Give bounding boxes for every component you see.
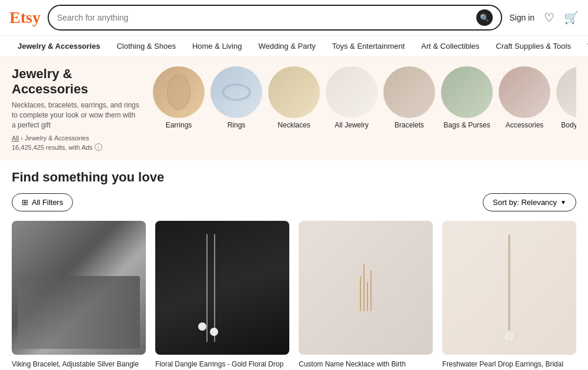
category-banner: Jewelry & Accessories Necklaces, bracele… — [0, 57, 588, 160]
banner-description: Necklaces, bracelets, earrings, and ring… — [12, 100, 141, 130]
all-filters-button[interactable]: ⊞ All Filters — [12, 193, 73, 211]
nav-item-clothing[interactable]: Clothing & Shoes — [108, 36, 183, 56]
circle-label-bags: Bags & Purses — [443, 121, 490, 129]
nav-item-art[interactable]: Art & Collectibles — [413, 36, 487, 56]
nav-item-toys[interactable]: Toys & Entertainment — [324, 36, 413, 56]
product-card-4[interactable]: Freshwater Pearl Drop Earrings, Bridal P… — [442, 221, 576, 370]
product-image-2 — [155, 221, 289, 355]
result-count-text: 16,425,425 results, with Ads — [12, 144, 93, 151]
circle-label-bracelets: Bracelets — [395, 121, 424, 129]
category-circle-all-jewelry[interactable]: All Jewelry — [326, 66, 377, 129]
product-card-1[interactable]: Viking Bracelet, Adjustable Silver Bangl… — [12, 221, 146, 370]
chevron-down-icon: ▼ — [560, 199, 566, 206]
nav-item-jewelry[interactable]: Jewelry & Accessories — [9, 36, 108, 56]
section-title: Find something you love — [12, 170, 576, 185]
filter-sort-bar: ⊞ All Filters Sort by: Relevancy ▼ — [12, 193, 576, 211]
product-title-3: Custom Name Necklace with Birth Flower,D… — [299, 359, 433, 370]
category-circle-rings[interactable]: Rings — [211, 66, 262, 129]
product-card-3[interactable]: Custom Name Necklace with Birth Flower,D… — [299, 221, 433, 370]
nav-item-home[interactable]: Home & Living — [184, 36, 250, 56]
product-title-4: Freshwater Pearl Drop Earrings, Bridal P… — [442, 359, 576, 370]
product-title-1: Viking Bracelet, Adjustable Silver Bangl… — [12, 359, 146, 370]
category-circle-bracelets[interactable]: Bracelets — [383, 66, 435, 129]
category-circle-body-jewelry[interactable]: Body Jewelry — [556, 66, 576, 129]
cart-icon[interactable]: 🛒 — [564, 11, 579, 25]
header-actions: Sign in ♡ 🛒 — [509, 11, 579, 25]
breadcrumb-current: Jewelry & Accessories — [25, 134, 89, 142]
breadcrumb: All › Jewelry & Accessories — [12, 134, 141, 142]
circle-label-rings: Rings — [228, 121, 246, 129]
search-input[interactable] — [57, 13, 472, 22]
wishlist-icon[interactable]: ♡ — [544, 11, 554, 25]
category-circle-accessories[interactable]: Accessories — [499, 66, 550, 129]
etsy-logo[interactable]: Etsy — [9, 8, 41, 27]
product-image-1 — [12, 221, 146, 355]
main-nav: Jewelry & Accessories Clothing & Shoes H… — [0, 36, 588, 57]
result-count: 16,425,425 results, with Ads i — [12, 143, 141, 151]
filter-icon: ⊞ — [22, 198, 28, 207]
circle-label-body-jewelry: Body Jewelry — [561, 121, 576, 129]
category-circle-bags[interactable]: Bags & Purses — [441, 66, 493, 129]
product-title-2: Floral Dangle Earrings - Gold Floral Dro… — [155, 359, 289, 370]
circle-label-earrings: Earrings — [166, 121, 192, 129]
sort-btn-label: Sort by: Relevancy — [493, 198, 557, 207]
circle-label-necklaces: Necklaces — [278, 121, 310, 129]
search-bar: 🔍 — [48, 5, 502, 31]
search-button[interactable]: 🔍 — [476, 9, 493, 26]
category-circle-earrings[interactable]: Earrings — [153, 66, 205, 129]
banner-title: Jewelry & Accessories — [12, 66, 141, 97]
sort-button[interactable]: Sort by: Relevancy ▼ — [483, 193, 576, 211]
category-circles-container: Earrings Rings Necklaces All Jewelry Bra… — [153, 66, 576, 129]
product-image-4 — [442, 221, 576, 355]
nav-item-craft[interactable]: Craft Supplies & Tools — [487, 36, 579, 56]
info-icon[interactable]: i — [95, 143, 102, 151]
nav-item-wedding[interactable]: Wedding & Party — [250, 36, 323, 56]
banner-text: Jewelry & Accessories Necklaces, bracele… — [12, 66, 141, 151]
product-image-3 — [299, 221, 433, 355]
search-icon: 🔍 — [480, 14, 489, 22]
circle-label-accessories: Accessories — [506, 121, 544, 129]
products-section: Find something you love ⊞ All Filters So… — [0, 160, 588, 370]
product-grid-row1: Viking Bracelet, Adjustable Silver Bangl… — [12, 221, 576, 370]
nav-item-vintage[interactable]: Vintage — [579, 36, 588, 56]
filter-btn-label: All Filters — [32, 198, 63, 207]
circle-label-all-jewelry: All Jewelry — [335, 121, 368, 129]
header: Etsy 🔍 Sign in ♡ 🛒 — [0, 0, 588, 36]
product-card-2[interactable]: Floral Dangle Earrings - Gold Floral Dro… — [155, 221, 289, 370]
category-circle-necklaces[interactable]: Necklaces — [268, 66, 320, 129]
sign-in-button[interactable]: Sign in — [509, 13, 534, 22]
breadcrumb-all[interactable]: All — [12, 134, 19, 142]
